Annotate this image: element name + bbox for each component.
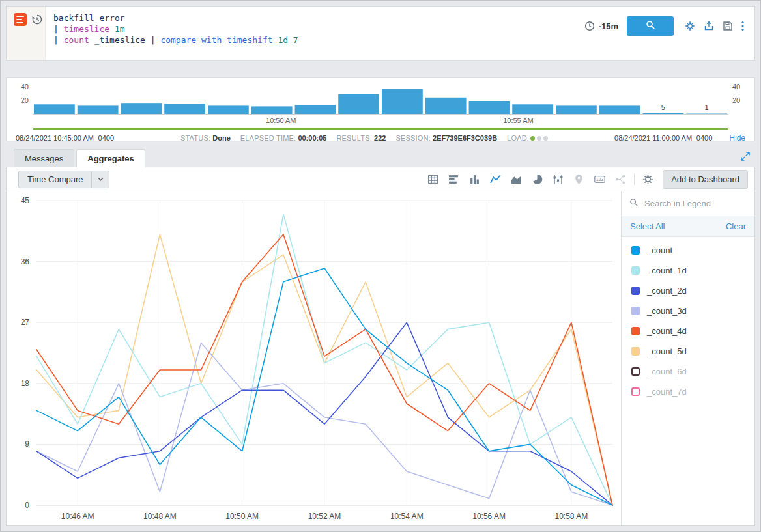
content-row: 10:46 AM10:48 AM10:50 AM10:52 AM10:54 AM… xyxy=(7,191,754,525)
status-label: STATUS: xyxy=(180,134,210,142)
tab-aggregates[interactable]: Aggregates xyxy=(76,149,145,167)
sumo-logic-logo-icon[interactable] xyxy=(14,13,27,26)
select-all-link[interactable]: Select All xyxy=(630,221,665,231)
histogram-bar[interactable] xyxy=(382,89,423,115)
histogram-bar[interactable] xyxy=(425,98,467,115)
y-axis-tick-label: 36 xyxy=(21,257,30,266)
legend-item-label: _count_1d xyxy=(647,266,687,275)
logo-column xyxy=(7,7,46,60)
elapsed-value: 00:00:05 xyxy=(298,134,326,142)
legend-color-chip[interactable] xyxy=(631,266,640,275)
legend-item[interactable]: _count xyxy=(622,240,754,260)
end-time-label: 08/24/2021 11:00:00 AM -0400 xyxy=(614,134,712,142)
history-icon[interactable] xyxy=(31,14,43,27)
pie-chart-icon[interactable] xyxy=(532,174,543,185)
y-axis-tick-label: 0 xyxy=(25,501,29,510)
chevron-down-icon[interactable] xyxy=(92,171,109,188)
histogram-bar[interactable] xyxy=(251,106,293,115)
histogram-bar[interactable] xyxy=(164,104,205,115)
clear-link[interactable]: Clear xyxy=(726,221,746,231)
legend-item[interactable]: _count_1d xyxy=(622,260,754,281)
bar-chart-icon[interactable] xyxy=(448,174,459,185)
legend-search-input[interactable] xyxy=(644,199,747,208)
x-axis-tick-label: 10:56 AM xyxy=(472,512,506,521)
legend-item[interactable]: _count_6d xyxy=(622,361,754,382)
gear-icon[interactable] xyxy=(685,21,695,31)
results-panel: MessagesAggregates Time Compare 123 Add … xyxy=(6,149,755,526)
y-axis-tick-label: 27 xyxy=(21,318,30,327)
time-range-bar[interactable] xyxy=(33,128,728,130)
legend-color-chip[interactable] xyxy=(631,246,640,255)
status-value: Done xyxy=(212,134,231,142)
histogram-bar[interactable] xyxy=(295,105,336,115)
search-icon xyxy=(646,20,655,32)
line-chart-icon[interactable] xyxy=(490,174,501,185)
save-icon[interactable] xyxy=(723,21,733,31)
aggregates-panel: Time Compare 123 Add to Dashboard 10:46 … xyxy=(6,167,755,526)
flow-icon[interactable] xyxy=(615,174,626,185)
tab-messages[interactable]: Messages xyxy=(14,149,74,167)
search-page: { "accent": { "blue": "#2e9cdb", "link_b… xyxy=(0,0,761,532)
legend-color-chip[interactable] xyxy=(631,367,640,376)
search-button[interactable] xyxy=(627,16,674,36)
hide-link[interactable]: Hide xyxy=(729,133,745,143)
query-line: | count _timeslice | compare with timesh… xyxy=(53,35,577,46)
table-icon[interactable] xyxy=(427,174,438,185)
area-chart-icon[interactable] xyxy=(511,174,522,185)
chart-settings-gear-icon[interactable] xyxy=(642,174,653,185)
box-plot-icon[interactable] xyxy=(553,174,564,185)
legend-item-label: _count_5d xyxy=(647,346,687,356)
status-right: 08/24/2021 11:00:00 AM -0400 Hide xyxy=(614,133,745,143)
histogram-ytick: 40 xyxy=(14,83,29,91)
session-value: 2EF739E6F3C039B xyxy=(433,134,497,142)
map-icon[interactable] xyxy=(573,174,584,185)
histogram-x-axis: 10:50 AM10:55 AM xyxy=(33,117,728,126)
histogram-bar[interactable] xyxy=(512,104,553,115)
expand-icon[interactable] xyxy=(741,152,750,161)
histogram-ytick: 20 xyxy=(732,96,747,104)
legend-item-label: _count_7d xyxy=(647,387,687,397)
histogram-bar[interactable] xyxy=(78,105,119,115)
query-editor[interactable]: backfill error| timeslice 1m| count _tim… xyxy=(46,7,584,60)
histogram-bar[interactable] xyxy=(34,104,75,115)
histogram-bar[interactable] xyxy=(121,103,162,115)
column-chart-icon[interactable] xyxy=(469,174,480,185)
session-label: SESSION: xyxy=(395,134,431,142)
clock-icon xyxy=(584,21,595,31)
legend-item[interactable]: _count_5d xyxy=(622,341,754,361)
y-axis-tick-label: 45 xyxy=(21,196,30,205)
single-value-icon[interactable]: 123 xyxy=(594,174,605,185)
histogram-bar[interactable] xyxy=(556,105,597,115)
legend-item[interactable]: _count_7d xyxy=(622,382,754,402)
histogram-bar[interactable] xyxy=(208,105,249,115)
add-to-dashboard-button[interactable]: Add to Dashboard xyxy=(663,170,748,189)
histogram-bar[interactable] xyxy=(599,105,640,115)
time-compare-label[interactable]: Time Compare xyxy=(18,171,92,188)
kebab-menu-icon[interactable] xyxy=(741,21,744,31)
legend-color-chip[interactable] xyxy=(631,287,640,295)
legend-item[interactable]: _count_2d xyxy=(622,281,754,301)
histogram-bar[interactable] xyxy=(338,94,379,115)
share-icon[interactable] xyxy=(704,21,714,31)
legend-item-label: _count_6d xyxy=(647,367,687,376)
histogram-bar-label: 5 xyxy=(661,104,665,111)
legend-item[interactable]: _count_3d xyxy=(622,301,754,321)
legend-item[interactable]: _count_4d xyxy=(622,321,754,341)
histogram-bars: 51 xyxy=(33,86,728,115)
histogram-bar-label: 1 xyxy=(705,104,709,111)
legend-actions: Select All Clear xyxy=(622,216,754,237)
legend-color-chip[interactable] xyxy=(631,327,640,335)
time-range-picker[interactable]: -15m xyxy=(584,21,618,31)
legend-color-chip[interactable] xyxy=(631,347,640,356)
start-time-label: 08/24/2021 10:45:00 AM -0400 xyxy=(16,134,114,142)
legend-color-chip[interactable] xyxy=(631,307,640,315)
svg-text:123: 123 xyxy=(596,177,604,182)
x-axis-tick-label: 10:52 AM xyxy=(308,512,341,521)
histogram-ytick: 40 xyxy=(732,83,747,91)
histogram-bar[interactable] xyxy=(469,101,510,115)
histogram-ytick: 20 xyxy=(14,96,29,104)
time-compare-dropdown[interactable]: Time Compare xyxy=(18,171,109,188)
x-axis-tick-label: 10:46 AM xyxy=(61,512,94,521)
legend-color-chip[interactable] xyxy=(631,387,640,396)
load-label: LOAD: xyxy=(507,134,529,142)
